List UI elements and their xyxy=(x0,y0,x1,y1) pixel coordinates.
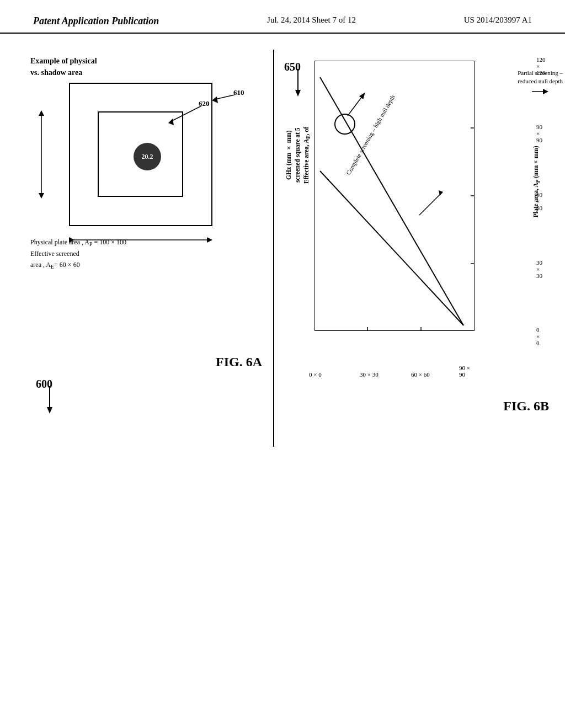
header-center: Jul. 24, 2014 Sheet 7 of 12 xyxy=(267,15,356,25)
svg-marker-1 xyxy=(47,407,52,414)
fig6a-annotations: Physical plate area , AP = 100 × 100 Eff… xyxy=(30,237,126,271)
header: Patent Application Publication Jul. 24, … xyxy=(0,0,565,34)
annotation-partial: Partial screening – reduced null depth xyxy=(518,69,563,99)
header-right: US 2014/203997 A1 xyxy=(464,15,532,25)
fig6b-title: FIG. 6B xyxy=(503,399,549,414)
svg-line-27 xyxy=(419,193,441,215)
label-610: 610 xyxy=(233,88,244,97)
svg-marker-7 xyxy=(39,110,44,116)
fig6b-container: Effective area, AE, of screened square a… xyxy=(281,50,552,436)
svg-line-26 xyxy=(348,94,364,116)
chart-area: Effective area, AE, of screened square a… xyxy=(315,61,491,347)
x-axis-label: Effective area, AE, of screened square a… xyxy=(234,127,312,184)
fig6a-title: FIG. 6A xyxy=(216,355,262,370)
arrow-600 xyxy=(41,386,58,414)
svg-marker-30 xyxy=(543,89,548,94)
svg-marker-8 xyxy=(39,193,44,199)
effective-area-arrow xyxy=(30,110,52,199)
svg-point-25 xyxy=(335,114,355,134)
svg-line-4 xyxy=(215,95,234,99)
page: Patent Application Publication Jul. 24, … xyxy=(0,0,565,728)
divider-line xyxy=(273,50,274,447)
chart-svg xyxy=(315,61,475,331)
svg-marker-5 xyxy=(212,97,218,103)
svg-marker-11 xyxy=(207,237,212,243)
fig6a-container: Example of physical vs. shadow area 20.2… xyxy=(30,55,268,375)
svg-line-2 xyxy=(171,106,201,121)
svg-line-24 xyxy=(320,171,463,325)
label-620: 620 xyxy=(199,99,210,108)
svg-marker-3 xyxy=(168,119,174,125)
header-left: Patent Application Publication xyxy=(33,15,159,27)
